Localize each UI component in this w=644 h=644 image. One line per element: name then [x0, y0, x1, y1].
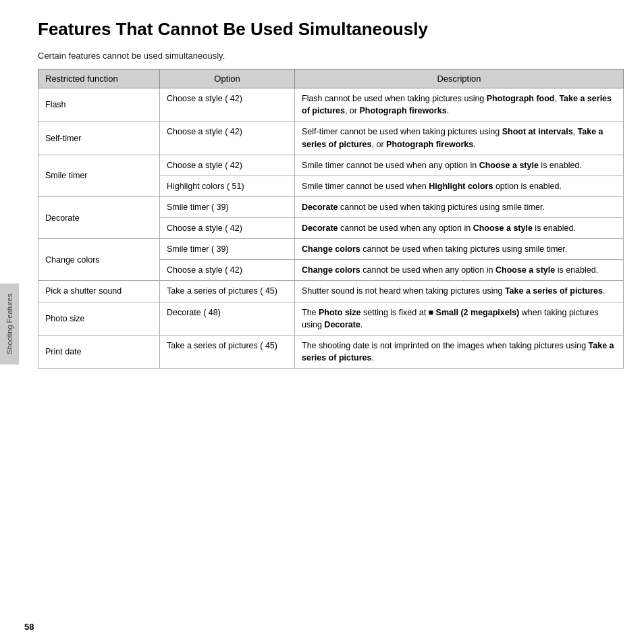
- subtitle: Certain features cannot be used simultan…: [38, 51, 624, 61]
- description-cell: Change colors cannot be used when any op…: [295, 260, 624, 281]
- description-cell: The shooting date is not imprinted on th…: [295, 335, 624, 368]
- option-cell: Smile timer ( 39): [160, 239, 295, 260]
- restricted-cell: Smile timer: [38, 155, 160, 196]
- restricted-cell: Self-timer: [38, 122, 160, 155]
- table-row: FlashChoose a style ( 42)Flash cannot be…: [38, 88, 624, 122]
- col-header-option: Option: [160, 70, 295, 88]
- restricted-cell: Print date: [38, 335, 160, 368]
- page-wrapper: Shooting Features Features That Cannot B…: [0, 0, 644, 644]
- description-cell: Shutter sound is not heard when taking p…: [295, 281, 624, 302]
- main-content: Features That Cannot Be Used Simultaneou…: [24, 0, 644, 389]
- table-row: Smile timerChoose a style ( 42)Smile tim…: [38, 155, 624, 176]
- description-cell: Smile timer cannot be used when any opti…: [295, 155, 624, 176]
- option-cell: Smile timer ( 39): [160, 196, 295, 217]
- description-cell: Smile timer cannot be used when Highligh…: [295, 176, 624, 196]
- col-header-restricted: Restricted function: [38, 70, 160, 88]
- description-cell: Change colors cannot be used when taking…: [295, 239, 624, 260]
- option-cell: Choose a style ( 42): [160, 155, 295, 176]
- option-cell: Choose a style ( 42): [160, 88, 295, 122]
- description-cell: Self-timer cannot be used when taking pi…: [295, 122, 624, 155]
- table-row: Pick a shutter soundTake a series of pic…: [38, 281, 624, 302]
- option-cell: Take a series of pictures ( 45): [160, 335, 295, 368]
- option-cell: Choose a style ( 42): [160, 260, 295, 281]
- sidebar-label: Shooting Features: [5, 294, 14, 354]
- restricted-cell: Flash: [38, 88, 160, 122]
- option-cell: Choose a style ( 42): [160, 218, 295, 239]
- page-title: Features That Cannot Be Used Simultaneou…: [38, 19, 624, 40]
- table-row: Print dateTake a series of pictures ( 45…: [38, 335, 624, 368]
- restricted-cell: Photo size: [38, 302, 160, 335]
- option-cell: Highlight colors ( 51): [160, 176, 295, 196]
- restricted-cell: Change colors: [38, 239, 160, 281]
- option-cell: Choose a style ( 42): [160, 122, 295, 155]
- description-cell: Flash cannot be used when taking picture…: [295, 88, 624, 122]
- table-row: Change colorsSmile timer ( 39)Change col…: [38, 239, 624, 260]
- table-row: Self-timerChoose a style ( 42)Self-timer…: [38, 122, 624, 155]
- option-cell: Take a series of pictures ( 45): [160, 281, 295, 302]
- description-cell: Decorate cannot be used when taking pict…: [295, 196, 624, 217]
- sidebar-tab: Shooting Features: [0, 284, 19, 365]
- table-row: Photo sizeDecorate ( 48)The Photo size s…: [38, 302, 624, 335]
- table-row: DecorateSmile timer ( 39)Decorate cannot…: [38, 196, 624, 217]
- option-cell: Decorate ( 48): [160, 302, 295, 335]
- table-header-row: Restricted function Option Description: [38, 70, 624, 88]
- restricted-cell: Decorate: [38, 196, 160, 238]
- description-cell: Decorate cannot be used when any option …: [295, 218, 624, 239]
- restricted-cell: Pick a shutter sound: [38, 281, 160, 302]
- col-header-description: Description: [295, 70, 624, 88]
- description-cell: The Photo size setting is fixed at ■ Sma…: [295, 302, 624, 335]
- features-table: Restricted function Option Description F…: [38, 69, 624, 369]
- page-number: 58: [24, 622, 34, 632]
